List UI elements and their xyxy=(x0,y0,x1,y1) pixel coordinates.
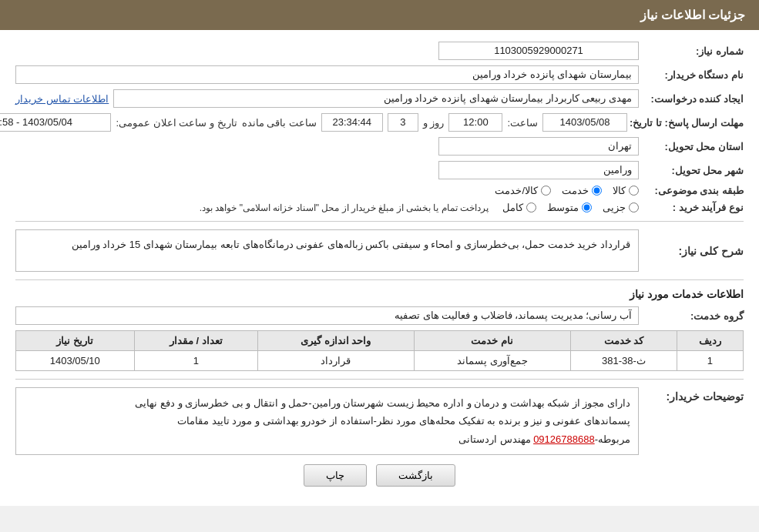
city-label: شهر محل تحویل: xyxy=(643,165,744,176)
purchase-type-label: نوع فرآیند خرید : xyxy=(643,202,744,213)
services-table: ردیف کد خدمت نام خدمت واحد اندازه گیری ت… xyxy=(15,330,744,371)
buyer-notes-label: توضیحات خریدار: xyxy=(643,390,744,403)
deadline-remaining-value: 23:34:44 xyxy=(321,113,383,132)
deadline-days-value: 3 xyxy=(388,113,418,132)
table-cell-code: ث-38-381 xyxy=(570,351,677,371)
deadline-date-value: 1403/05/08 xyxy=(542,113,627,132)
table-cell-row: 1 xyxy=(677,351,743,371)
table-row: 1ث-38-381جمع‌آوری پسماندقرارداد11403/05/… xyxy=(16,351,744,371)
deadline-time-label: ساعت: xyxy=(507,117,538,129)
purchase-radio-kamel-label: کامل xyxy=(502,202,523,213)
purchase-radio-kamel-input[interactable] xyxy=(526,202,536,212)
table-cell-unit: قرارداد xyxy=(258,351,414,371)
province-value: تهران xyxy=(438,137,639,156)
service-group-row: گروه خدمت: آب رسانی؛ مدیریت پسماند، فاضل… xyxy=(15,306,744,325)
city-value: ورامین xyxy=(438,161,639,179)
page-wrapper: جزئیات اطلاعات نیاز شماره نیاز: 11030059… xyxy=(0,0,759,506)
buyer-notes-phone[interactable]: 09126788688 xyxy=(533,433,595,445)
back-button[interactable]: بازگشت xyxy=(376,464,455,487)
province-label: استان محل تحویل: xyxy=(643,141,744,152)
purchase-radio-jozii-label: جزیی xyxy=(603,202,626,213)
purchase-radio-group: جزیی متوسط کامل پرداخت تمام یا بخشی از م… xyxy=(200,202,639,213)
deadline-remaining-label: ساعت باقی مانده xyxy=(242,117,317,129)
divider-1 xyxy=(15,221,744,222)
city-row: شهر محل تحویل: ورامین xyxy=(15,161,744,179)
requester-row: ایجاد کننده درخواست: مهدی ربیعی کاربردار… xyxy=(15,89,744,108)
category-row: طبقه بندی موضوعی: کالا خدمت کالا/خدمت xyxy=(15,185,744,196)
page-title: جزئیات اطلاعات نیاز xyxy=(0,0,759,30)
purchase-radio-jozii[interactable]: جزیی xyxy=(603,202,639,213)
buyer-notes-name: مهندس اردستانی xyxy=(458,433,533,445)
action-buttons: بازگشت چاپ xyxy=(15,464,744,487)
deadline-label: مهلت ارسال پاسخ: تا تاریخ: xyxy=(632,117,744,129)
divider-3 xyxy=(15,379,744,380)
category-radio-kala[interactable]: کالا xyxy=(613,185,639,196)
category-radio-khedmat-input[interactable] xyxy=(592,186,602,196)
col-unit: واحد اندازه گیری xyxy=(258,331,414,351)
category-radio-both[interactable]: کالا/خدمت xyxy=(495,185,551,196)
buyer-org-row: نام دستگاه خریدار: بیمارستان شهدای پانزد… xyxy=(15,65,744,84)
buyer-notes-value: دارای مجوز از شبکه بهداشت و درمان و ادار… xyxy=(15,387,639,455)
category-radio-khedmat[interactable]: خدمت xyxy=(562,185,602,196)
col-row: ردیف xyxy=(677,331,743,351)
buyer-notes-row: توضیحات خریدار: دارای مجوز از شبکه بهداش… xyxy=(15,387,744,455)
col-name: نام خدمت xyxy=(414,331,570,351)
table-cell-qty: 1 xyxy=(134,351,258,371)
category-radio-khedmat-label: خدمت xyxy=(562,185,589,196)
purchase-type-row: نوع فرآیند خرید : جزیی متوسط کامل پرداخت… xyxy=(15,202,744,213)
service-group-label: گروه خدمت: xyxy=(643,310,744,322)
buyer-notes-text1: دارای مجوز از شبکه بهداشت و درمان و ادار… xyxy=(135,397,630,409)
category-radio-group: کالا خدمت کالا/خدمت xyxy=(495,185,639,196)
print-button[interactable]: چاپ xyxy=(304,464,367,487)
services-info-title: اطلاعات خدمات مورد نیاز xyxy=(15,288,744,300)
buyer-org-value: بیمارستان شهدای پانزده خرداد ورامین xyxy=(15,65,639,84)
purchase-note: پرداخت تمام یا بخشی از مبلغ خریدار از مح… xyxy=(200,202,489,213)
buyer-notes-text2: پسماندهای عفونی و نیز و برنده به تفکیک م… xyxy=(177,415,630,427)
announce-label: تاریخ و ساعت اعلان عمومی: xyxy=(116,117,237,129)
col-code: کد خدمت xyxy=(570,331,677,351)
need-number-row: شماره نیاز: 1103005929000271 xyxy=(15,42,744,60)
need-desc-row: شرح کلی نیاز: قرارداد خرید خدمت حمل، بی‌… xyxy=(15,229,744,272)
services-table-header: ردیف کد خدمت نام خدمت واحد اندازه گیری ت… xyxy=(16,331,744,351)
deadline-days-label: روز و xyxy=(423,117,445,129)
requester-value: مهدی ربیعی کاربردار بیمارستان شهدای پانز… xyxy=(113,89,639,108)
table-cell-date: 1403/05/10 xyxy=(16,351,135,371)
buyer-notes-text3: مربوطه- xyxy=(595,433,630,445)
need-number-label: شماره نیاز: xyxy=(643,45,744,57)
category-radio-kala-label: کالا xyxy=(613,185,626,196)
contact-info-link[interactable]: اطلاعات تماس خریدار xyxy=(15,93,109,105)
need-desc-value: قرارداد خرید خدمت حمل، بی‌خطرسازی و امحا… xyxy=(15,229,639,272)
table-cell-name: جمع‌آوری پسماند xyxy=(414,351,570,371)
category-radio-kala-input[interactable] xyxy=(629,186,639,196)
province-row: استان محل تحویل: تهران xyxy=(15,137,744,156)
content-area: شماره نیاز: 1103005929000271 نام دستگاه … xyxy=(0,30,759,506)
need-number-value: 1103005929000271 xyxy=(438,42,639,60)
header-title-text: جزئیات اطلاعات نیاز xyxy=(640,8,745,22)
buyer-org-label: نام دستگاه خریدار: xyxy=(643,69,744,81)
requester-label: ایجاد کننده درخواست: xyxy=(643,93,744,105)
category-radio-both-label: کالا/خدمت xyxy=(495,185,538,196)
col-date: تاریخ نیاز xyxy=(16,331,135,351)
divider-2 xyxy=(15,279,744,280)
purchase-radio-motavaset-label: متوسط xyxy=(547,202,579,213)
announce-value: 1403/05/04 - 11:58 xyxy=(0,113,111,132)
purchase-radio-motavaset-input[interactable] xyxy=(582,202,592,212)
col-qty: تعداد / مقدار xyxy=(134,331,258,351)
category-radio-both-input[interactable] xyxy=(541,186,551,196)
need-desc-label: شرح کلی نیاز: xyxy=(643,245,744,257)
need-desc-section: شرح کلی نیاز: قرارداد خرید خدمت حمل، بی‌… xyxy=(15,229,744,272)
purchase-radio-kamel[interactable]: کامل xyxy=(502,202,536,213)
service-group-value: آب رسانی؛ مدیریت پسماند، فاضلاب و فعالیت… xyxy=(15,306,639,325)
deadline-row: مهلت ارسال پاسخ: تا تاریخ: 1403/05/08 سا… xyxy=(15,113,744,132)
purchase-radio-jozii-input[interactable] xyxy=(629,202,639,212)
deadline-time-value: 12:00 xyxy=(448,113,502,132)
purchase-radio-motavaset[interactable]: متوسط xyxy=(547,202,592,213)
category-label: طبقه بندی موضوعی: xyxy=(643,185,744,196)
